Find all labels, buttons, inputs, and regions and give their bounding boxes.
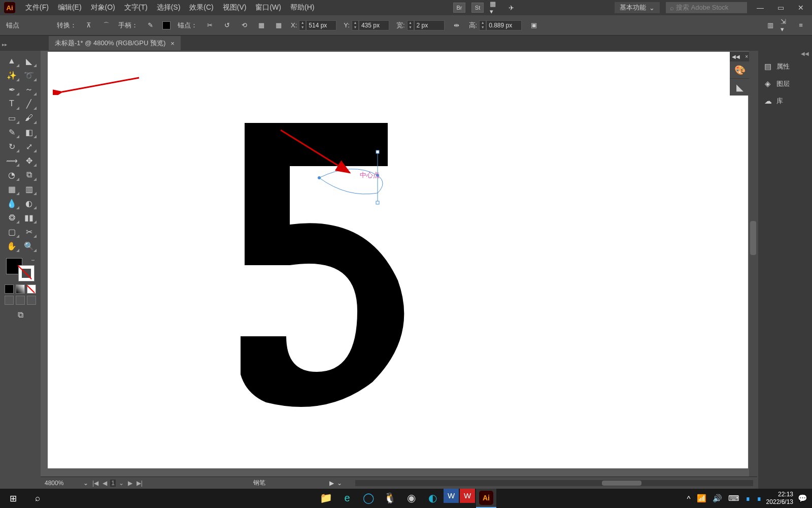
fill-stroke-indicator[interactable]: ↔ — [5, 257, 36, 282]
scale-tool[interactable]: ⤢ — [20, 139, 38, 153]
tray-network-icon[interactable]: 📶 — [695, 494, 708, 503]
curvature-tool[interactable]: ～ — [20, 82, 38, 97]
pen-tool[interactable]: ✒ — [3, 82, 20, 97]
color-guide-icon[interactable]: ◣ — [730, 78, 750, 96]
zoom-level[interactable]: 4800% — [45, 480, 80, 487]
edge-legacy-icon[interactable]: e — [337, 489, 357, 508]
close-button[interactable]: ✕ — [794, 3, 808, 13]
search-stock-input[interactable]: ⌕ 搜索 Adobe Stock — [666, 2, 747, 13]
eraser-tool[interactable]: ◧ — [20, 125, 38, 139]
first-artboard-icon[interactable]: |◀ — [91, 480, 99, 487]
shaper-tool[interactable]: ✎ — [3, 125, 20, 139]
crop-icon[interactable]: ▣ — [529, 20, 539, 30]
start-button[interactable]: ⊞ — [2, 489, 24, 508]
lasso-tool[interactable]: ➰ — [20, 68, 38, 82]
rotate-tool[interactable]: ↻ — [3, 139, 20, 153]
handle-color-swatch[interactable] — [162, 21, 171, 29]
wps-icon[interactable]: W — [460, 489, 475, 503]
collapse-right-dock-icon[interactable]: ◀◀ — [758, 51, 812, 58]
maximize-button[interactable]: ▭ — [773, 3, 788, 13]
tray-power-icon[interactable]: ∎ — [755, 494, 763, 503]
swap-fill-stroke-icon[interactable]: ↔ — [30, 257, 36, 263]
draw-behind-icon[interactable] — [16, 296, 25, 305]
convert-corner-icon[interactable]: ⊼ — [84, 20, 94, 30]
symbol-sprayer-tool[interactable]: ❂ — [3, 210, 20, 225]
line-tool[interactable]: ╱ — [20, 97, 38, 111]
word-icon[interactable]: W — [444, 489, 459, 503]
handle-show-icon[interactable]: ✎ — [145, 20, 155, 30]
width-tool[interactable]: ⟿ — [3, 153, 20, 168]
tray-ime-icon[interactable]: ⌨ — [727, 494, 741, 503]
draw-normal-icon[interactable] — [5, 296, 14, 305]
h-input[interactable] — [486, 20, 522, 30]
convert-smooth-icon[interactable]: ⌒ — [101, 20, 111, 30]
w-spinner[interactable]: ▲▼ — [407, 20, 414, 30]
layers-panel-tab[interactable]: ◈ 图层 — [758, 75, 812, 92]
menu-file[interactable]: 文件(F) — [21, 1, 53, 14]
tray-up-icon[interactable]: ^ — [686, 494, 692, 503]
horizontal-scrollbar[interactable] — [355, 480, 753, 486]
minimize-button[interactable]: — — [753, 3, 767, 13]
slice-tool[interactable]: ✂ — [20, 225, 38, 239]
paintbrush-tool[interactable]: 🖌 — [20, 111, 38, 125]
menu-edit[interactable]: 编辑(E) — [54, 1, 86, 14]
tray-volume-icon[interactable]: 🔊 — [711, 494, 724, 503]
chrome-icon[interactable]: ◉ — [401, 489, 421, 508]
color-none-swatch[interactable] — [27, 284, 36, 294]
360browser-icon[interactable]: ◯ — [358, 489, 379, 508]
options-icon[interactable]: ≡ — [796, 20, 806, 30]
document-tab[interactable]: 未标题-1* @ 4800% (RGB/GPU 预览) × — [49, 36, 181, 50]
close-icon[interactable]: × — [745, 54, 748, 59]
link-wh-icon[interactable]: ⇹ — [452, 20, 462, 30]
tray-bluetooth-icon[interactable]: ∎ — [744, 494, 752, 503]
isolate-icon[interactable]: ▦ — [274, 20, 284, 30]
bridge-icon[interactable]: Br — [453, 3, 465, 13]
artboard-number[interactable]: 1 — [110, 480, 116, 487]
color-gradient-swatch[interactable] — [16, 284, 25, 294]
qq-icon[interactable]: 🐧 — [380, 489, 400, 508]
libraries-panel-tab[interactable]: ☁ 库 — [758, 92, 812, 110]
search-button[interactable]: ⌕ — [26, 489, 49, 508]
draw-inside-icon[interactable] — [27, 296, 36, 305]
artboard-dropdown-icon[interactable]: ⌄ — [118, 480, 125, 487]
workspace-selector[interactable]: 基本功能 ⌄ — [615, 2, 660, 13]
last-artboard-icon[interactable]: ▶| — [136, 480, 144, 487]
illustrator-taskbar-icon[interactable]: Ai — [476, 489, 496, 508]
menu-effect[interactable]: 效果(C) — [185, 1, 217, 14]
status-dropdown-icon[interactable]: ⌄ — [337, 480, 342, 487]
close-tab-icon[interactable]: × — [171, 40, 175, 47]
floating-color-panel[interactable]: ◀◀× 🎨 ◣ — [730, 52, 750, 96]
eyedropper-tool[interactable]: 💧 — [3, 196, 20, 210]
rectangle-tool[interactable]: ▭ — [3, 111, 20, 125]
mesh-tool[interactable]: ▦ — [3, 182, 20, 196]
type-tool[interactable]: T — [3, 97, 20, 111]
canvas-area[interactable]: 中心点 ◀◀× 🎨 ◣ — [41, 51, 757, 489]
taskbar-clock[interactable]: 22:13 2022/6/13 — [766, 491, 793, 506]
stock-icon[interactable]: St — [471, 3, 484, 13]
shape-builder-tool[interactable]: ◔ — [3, 168, 20, 182]
arrange-docs-icon[interactable]: ▦ ▾ — [490, 3, 500, 13]
blend-tool[interactable]: ◐ — [20, 196, 38, 210]
notifications-icon[interactable]: 💬 — [796, 494, 809, 503]
magic-wand-tool[interactable]: ✨ — [3, 68, 20, 82]
perspective-grid-tool[interactable]: ⧉ — [20, 168, 38, 182]
edge-icon[interactable]: ◐ — [422, 489, 443, 508]
prev-artboard-icon[interactable]: ◀ — [101, 480, 108, 487]
menu-type[interactable]: 文字(T) — [120, 1, 152, 14]
hand-tool[interactable]: ✋ — [3, 239, 20, 253]
x-spinner[interactable]: ▲▼ — [299, 20, 306, 30]
zoom-tool[interactable]: 🔍 — [20, 239, 38, 253]
y-spinner[interactable]: ▲▼ — [352, 20, 359, 30]
menu-object[interactable]: 对象(O) — [87, 1, 119, 14]
h-spinner[interactable]: ▲▼ — [479, 20, 486, 30]
vertical-scrollbar[interactable] — [749, 51, 757, 477]
artboard-tool[interactable]: ▢ — [3, 225, 20, 239]
y-input[interactable] — [359, 20, 389, 30]
next-artboard-icon[interactable]: ▶ — [127, 480, 133, 487]
gpu-icon[interactable]: ✈ — [506, 3, 516, 13]
properties-panel-tab[interactable]: ▤ 属性 — [758, 58, 812, 75]
x-input[interactable] — [306, 20, 336, 30]
align-pixel-icon[interactable]: ▦ — [256, 20, 266, 30]
expand-left-dock-icon[interactable]: ▸▸ — [2, 42, 7, 47]
selection-tool[interactable]: ▲ — [3, 54, 20, 68]
